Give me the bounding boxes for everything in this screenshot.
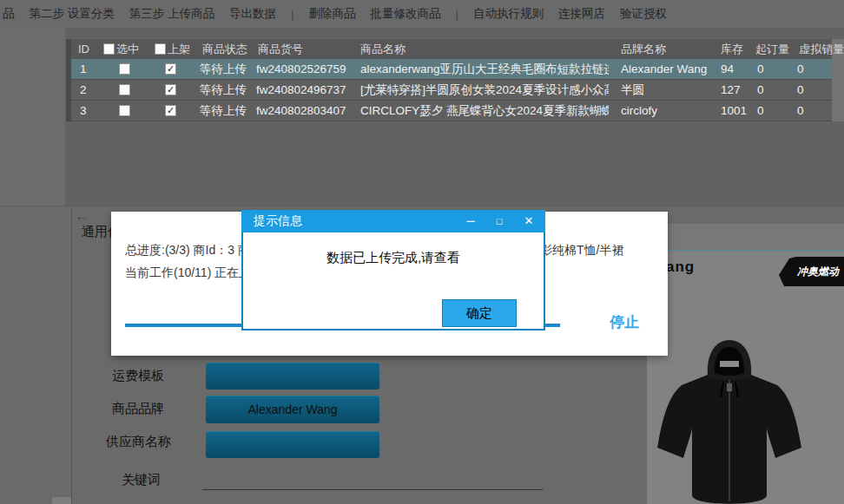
cell-status: 等待上传	[200, 59, 247, 80]
cell-virtual-sales: 0	[797, 59, 804, 80]
menu-separator: |	[291, 8, 294, 21]
cell-sku: fw240802526759	[256, 59, 346, 80]
promo-badge-label: 冲奥燃动	[797, 265, 839, 279]
progress-current-job-text: 当前工作(10/11) 正在上	[125, 265, 251, 281]
table-row[interactable]: 2 等待上传 fw240802496737 [尤莱特穿搭]半圆原创女装2024夏…	[71, 80, 832, 101]
cell-name: alexanderwang亚历山大王经典毛圈布短款拉链连	[360, 59, 609, 80]
product-brand-label: 商品品牌	[112, 401, 164, 417]
table-row[interactable]: 1 等待上传 fw240802526759 alexanderwang亚历山大王…	[71, 59, 832, 80]
cell-id: 3	[80, 101, 87, 121]
cell-name: CIRCLOFY瑟夕 燕尾蝶背心女2024夏季新款蝴蝶剪	[360, 101, 609, 121]
header-list-all-checkbox[interactable]	[155, 43, 166, 55]
header-status[interactable]: 商品状态	[202, 39, 247, 59]
preview-divider-line	[647, 250, 844, 251]
cell-stock: 1001	[721, 101, 747, 121]
menu-item-auto-rules[interactable]: 自动执行规则	[473, 6, 544, 22]
stop-button[interactable]: 停止	[610, 312, 639, 332]
preview-top-strip	[647, 224, 844, 250]
header-virtual-sales[interactable]: 虚拟销量	[799, 39, 844, 59]
cell-virtual-sales: 0	[797, 101, 804, 121]
row-select-checkbox[interactable]	[119, 105, 130, 116]
hoodie-image	[656, 335, 803, 504]
header-name[interactable]: 商品名称	[360, 39, 406, 59]
close-icon[interactable]: ✕	[521, 214, 537, 228]
back-arrow-icon[interactable]: ←	[76, 209, 88, 223]
supplier-name-label: 供应商名称	[106, 434, 171, 450]
promo-badge: 冲奥燃动	[779, 257, 844, 286]
cell-stock: 94	[721, 59, 734, 80]
cell-id: 2	[80, 80, 87, 101]
horizontal-scrollbar-thumb[interactable]	[52, 497, 71, 504]
header-brand[interactable]: 品牌名称	[621, 39, 666, 59]
brand-logo-fragment: ang	[666, 259, 695, 276]
menu-separator: |	[456, 8, 459, 21]
cell-min-order: 0	[757, 80, 764, 101]
dialog-message: 数据已上传完成,请查看	[243, 250, 544, 266]
ok-button[interactable]: 确定	[442, 299, 517, 327]
progress-total-text-tail: 影纯棉T恤/半裙	[540, 243, 623, 259]
pane-divider	[71, 206, 72, 504]
menu-item-verify-auth[interactable]: 验证授权	[620, 6, 667, 22]
cell-id: 1	[80, 59, 87, 80]
product-brand-select[interactable]: Alexander Wang	[206, 396, 379, 423]
keywords-input[interactable]	[202, 489, 543, 490]
menu-item-step2-categories[interactable]: 第二步 设置分类	[30, 6, 115, 22]
row-listed-checkbox[interactable]	[165, 84, 176, 95]
message-dialog: 提示信息 ─ □ ✕ 数据已上传完成,请查看 确定	[241, 210, 545, 331]
app-window: 品 第二步 设置分类 第三步 上传商品 导出数据 | 删除商品 批量修改商品 |…	[0, 0, 844, 504]
dialog-body: 数据已上传完成,请查看 确定	[241, 232, 545, 331]
cell-brand: circlofy	[621, 101, 718, 121]
row-listed-checkbox[interactable]	[165, 105, 176, 116]
keywords-label: 关键词	[122, 472, 161, 488]
menu-item-export-data[interactable]: 导出数据	[229, 6, 276, 22]
cell-min-order: 0	[757, 59, 764, 80]
cell-sku: fw240802803407	[256, 101, 346, 121]
row-listed-checkbox[interactable]	[165, 63, 176, 75]
shipping-template-select[interactable]	[206, 363, 379, 389]
table-region: ID 选中 上架 商品状态 商品货号 商品名称 品牌名称 库存 起订量 虚拟销量…	[0, 28, 844, 206]
menu-item-connect-store[interactable]: 连接网店	[558, 6, 605, 22]
menu-item-step3-upload[interactable]: 第三步 上传商品	[129, 6, 214, 22]
supplier-name-select[interactable]	[206, 431, 379, 458]
menu-item-truncated[interactable]: 品	[3, 6, 15, 22]
cell-name: [尤莱特穿搭]半圆原创女装2024夏季设计感小众高	[360, 80, 609, 101]
minimize-icon[interactable]: ─	[463, 214, 478, 228]
menu-item-delete-product[interactable]: 删除商品	[309, 6, 356, 22]
shipping-template-label: 运费模板	[112, 368, 164, 384]
row-select-checkbox[interactable]	[119, 63, 130, 75]
dialog-title: 提示信息	[254, 213, 302, 229]
header-listed[interactable]: 上架	[168, 39, 190, 59]
header-min-order[interactable]: 起订量	[755, 39, 789, 59]
cell-stock: 127	[721, 80, 741, 101]
maximize-icon[interactable]: □	[491, 214, 507, 228]
cell-virtual-sales: 0	[797, 80, 804, 101]
row-select-checkbox[interactable]	[119, 84, 130, 95]
menu-bar: 品 第二步 设置分类 第三步 上传商品 导出数据 | 删除商品 批量修改商品 |…	[0, 0, 844, 28]
header-selected[interactable]: 选中	[116, 39, 139, 59]
table-row[interactable]: 3 等待上传 fw240802803407 CIRCLOFY瑟夕 燕尾蝶背心女2…	[71, 101, 832, 121]
cell-brand: Alexander Wang	[621, 59, 718, 80]
header-id[interactable]: ID	[78, 39, 89, 59]
header-sku[interactable]: 商品货号	[258, 39, 303, 59]
cell-sku: fw240802496737	[256, 80, 346, 101]
progress-total-text: 总进度:(3/3) 商Id：3 商	[125, 243, 250, 259]
cell-brand: 半圆	[621, 80, 718, 101]
menu-item-batch-edit[interactable]: 批量修改商品	[371, 6, 441, 22]
header-select-all-checkbox[interactable]	[103, 43, 115, 55]
product-preview-image: ang 冲奥燃动	[647, 224, 844, 504]
table-left-margin	[0, 28, 65, 206]
dialog-titlebar[interactable]: 提示信息 ─ □ ✕	[241, 210, 545, 232]
cell-min-order: 0	[757, 101, 764, 121]
table-header-row: ID 选中 上架 商品状态 商品货号 商品名称 品牌名称 库存 起订量 虚拟销量	[71, 39, 832, 59]
cell-status: 等待上传	[200, 101, 247, 121]
cell-status: 等待上传	[200, 80, 247, 101]
header-stock[interactable]: 库存	[721, 39, 743, 59]
